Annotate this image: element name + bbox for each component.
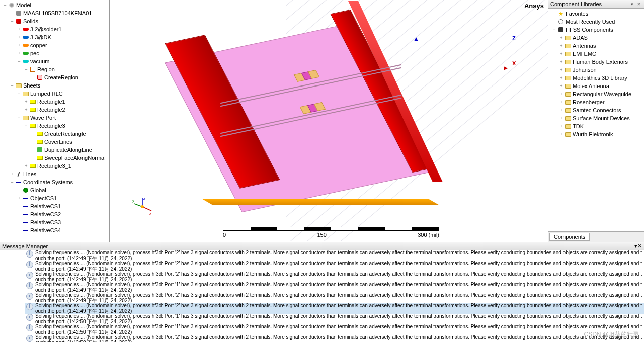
- expand-toggle-icon[interactable]: +: [558, 115, 565, 121]
- axis-arrow-z: [416, 38, 416, 68]
- library-panel-title[interactable]: Component Libraries ▾ ✕: [548, 0, 644, 9]
- tree-item[interactable]: −Wave Port: [0, 114, 109, 122]
- close-icon[interactable]: ✕: [637, 243, 642, 249]
- expand-toggle-icon[interactable]: −: [23, 123, 29, 129]
- expand-toggle-icon[interactable]: +: [23, 163, 29, 169]
- expand-toggle-icon[interactable]: +: [9, 171, 15, 177]
- message-row[interactable]: iSolving frequencies ... (Nondomain solv…: [25, 303, 644, 314]
- message-list[interactable]: iSolving frequencies ... (Nondomain solv…: [0, 250, 644, 342]
- message-row[interactable]: iSolving frequencies ... (Nondomain solv…: [25, 250, 644, 261]
- tree-item[interactable]: −vacuum: [0, 57, 109, 65]
- tree-item[interactable]: −Region: [0, 65, 109, 73]
- close-icon[interactable]: ✕: [636, 1, 642, 7]
- library-item[interactable]: +Samtec Connectors: [548, 106, 644, 114]
- tree-item[interactable]: −Coordinate Systems: [0, 178, 109, 186]
- orientation-triad[interactable]: x y z: [132, 197, 152, 217]
- library-item[interactable]: Most Recently Used: [548, 18, 644, 26]
- library-item[interactable]: +Johanson: [548, 66, 644, 74]
- expand-toggle-icon[interactable]: +: [16, 195, 22, 201]
- message-row[interactable]: iSolving frequencies ... (Nondomain solv…: [25, 272, 644, 282]
- tree-item[interactable]: −Sheets: [0, 81, 109, 90]
- tree-item[interactable]: RelativeCS4: [0, 226, 109, 234]
- tree-item[interactable]: +Lines: [0, 170, 109, 178]
- tree-item[interactable]: +Rectangle2: [0, 106, 109, 114]
- expand-toggle-icon[interactable]: +: [558, 83, 565, 89]
- expand-toggle-icon[interactable]: +: [558, 67, 565, 73]
- expand-toggle-icon[interactable]: −: [9, 179, 15, 185]
- message-row[interactable]: iSolving frequencies ... (Nondomain solv…: [25, 335, 644, 342]
- tree-item[interactable]: +Rectangle1: [0, 98, 109, 106]
- tree-item[interactable]: −Rectangle3: [0, 122, 109, 130]
- expand-toggle-icon[interactable]: +: [16, 26, 22, 32]
- tree-item[interactable]: +Rectangle3_1: [0, 162, 109, 170]
- tree-item[interactable]: +3.2@solder1: [0, 25, 109, 33]
- library-item[interactable]: +Rectangular Waveguide: [548, 90, 644, 98]
- expand-toggle-icon[interactable]: −: [9, 82, 15, 89]
- library-item[interactable]: +Modelithics 3D Library: [548, 74, 644, 82]
- tree-item[interactable]: SweepFaceAlongNormal: [0, 154, 109, 162]
- expand-toggle-icon[interactable]: −: [16, 91, 22, 97]
- tree-item[interactable]: +pec: [0, 49, 109, 57]
- message-row[interactable]: iSolving frequencies ... (Nondomain solv…: [25, 324, 644, 335]
- message-row[interactable]: iSolving frequencies ... (Nondomain solv…: [25, 314, 644, 324]
- library-item[interactable]: +Antennas: [548, 42, 644, 50]
- message-row[interactable]: iSolving frequencies ... (Nondomain solv…: [25, 261, 644, 272]
- components-tab[interactable]: Components: [549, 233, 590, 241]
- expand-toggle-icon[interactable]: −: [551, 27, 557, 33]
- expand-toggle-icon[interactable]: +: [16, 34, 22, 40]
- library-item[interactable]: +EMI EMC: [548, 50, 644, 58]
- tree-item[interactable]: +ObjectCS1: [0, 194, 109, 202]
- tree-item[interactable]: RelativeCS2: [0, 210, 109, 218]
- tree-item[interactable]: CreateRectangle: [0, 130, 109, 138]
- tree-item[interactable]: MAASL105SB7104KFNA01: [0, 9, 109, 17]
- tree-item[interactable]: +3.3@DK: [0, 33, 109, 41]
- library-item[interactable]: +Human Body Exteriors: [548, 58, 644, 66]
- library-item[interactable]: +TDK: [548, 122, 644, 130]
- message-panel-title[interactable]: Message Manager ▾ ✕: [0, 242, 644, 250]
- expand-toggle-icon[interactable]: +: [558, 75, 565, 81]
- expand-toggle-icon[interactable]: +: [558, 51, 565, 57]
- pin-icon[interactable]: ▾: [629, 1, 635, 7]
- tree-item[interactable]: DuplicateAlongLine: [0, 146, 109, 154]
- tree-item[interactable]: CoverLines: [0, 138, 109, 146]
- tree-item[interactable]: −Solids: [0, 17, 109, 25]
- expand-toggle-icon[interactable]: +: [16, 50, 22, 56]
- tree-item[interactable]: CreateRegion: [0, 73, 109, 81]
- expand-toggle-icon[interactable]: +: [558, 43, 565, 49]
- expand-toggle-icon[interactable]: +: [558, 123, 565, 129]
- expand-toggle-icon[interactable]: +: [16, 42, 22, 48]
- expand-toggle-icon[interactable]: −: [2, 2, 8, 8]
- library-item[interactable]: ★Favorites: [548, 10, 644, 18]
- expand-toggle-icon[interactable]: +: [558, 35, 565, 41]
- expand-toggle-icon[interactable]: +: [558, 107, 565, 113]
- library-item[interactable]: +ADAS: [548, 34, 644, 42]
- expand-toggle-icon[interactable]: +: [558, 99, 565, 105]
- expand-toggle-icon[interactable]: +: [558, 131, 565, 137]
- model-tree-panel[interactable]: −ModelMAASL105SB7104KFNA01−Solids+3.2@so…: [0, 0, 110, 242]
- expand-toggle-icon[interactable]: −: [23, 66, 29, 72]
- library-tree[interactable]: ★FavoritesMost Recently Used−HFSS Compon…: [548, 9, 644, 231]
- expand-toggle-icon[interactable]: −: [16, 115, 22, 121]
- library-item[interactable]: +Rosenberger: [548, 98, 644, 106]
- expand-toggle-icon[interactable]: −: [9, 18, 15, 24]
- expand-toggle-icon[interactable]: +: [23, 99, 29, 105]
- tree-item[interactable]: −Model: [0, 1, 109, 9]
- expand-toggle-icon[interactable]: +: [558, 91, 565, 97]
- library-item[interactable]: +Surface Mount Devices: [548, 114, 644, 122]
- 3d-viewport[interactable]: Ansys X Z x y z: [110, 0, 548, 242]
- expand-toggle-icon[interactable]: +: [558, 59, 565, 65]
- tree-item[interactable]: RelativeCS3: [0, 218, 109, 226]
- library-item[interactable]: +Wurth Elektronik: [548, 130, 644, 138]
- message-row[interactable]: iSolving frequencies ... (Nondomain solv…: [25, 282, 644, 293]
- tree-item-label: Rectangle3_1: [37, 163, 71, 169]
- tree-item[interactable]: Global: [0, 186, 109, 194]
- message-text: Solving frequencies ... (Nondomain solve…: [35, 261, 643, 272]
- tree-item[interactable]: +copper: [0, 41, 109, 49]
- message-row[interactable]: iSolving frequencies ... (Nondomain solv…: [25, 293, 644, 303]
- library-item[interactable]: +Molex Antenna: [548, 82, 644, 90]
- tree-item[interactable]: −Lumped RLC: [0, 90, 109, 98]
- library-item[interactable]: −HFSS Components: [548, 26, 644, 34]
- tree-item[interactable]: RelativeCS1: [0, 202, 109, 210]
- expand-toggle-icon[interactable]: −: [16, 58, 22, 64]
- expand-toggle-icon[interactable]: +: [23, 107, 29, 113]
